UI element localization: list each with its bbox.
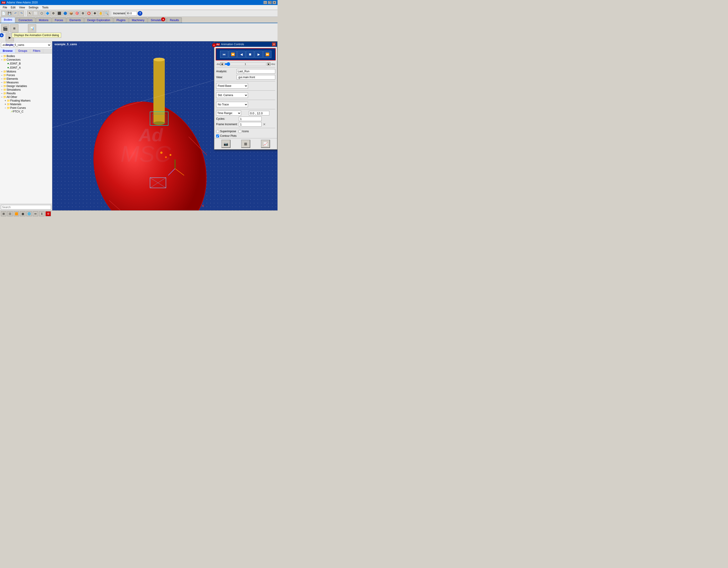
minimize-button[interactable]: — <box>263 1 267 4</box>
status-snap-button[interactable]: ⊡ <box>7 211 13 216</box>
expand-simulations[interactable]: − <box>1 88 3 91</box>
tb-btn-1[interactable]: ⬜ <box>33 11 38 16</box>
expand-forces[interactable]: − <box>1 74 3 77</box>
slider-right-button[interactable]: ▶ <box>267 62 270 66</box>
slider-left-button[interactable]: ◀ <box>220 62 223 66</box>
tb-btn-11[interactable]: ✤ <box>92 11 98 16</box>
tree-item-forces[interactable]: − 📁 Forces <box>1 73 51 77</box>
view-input[interactable] <box>237 75 275 80</box>
tb-btn-8[interactable]: 🎯 <box>74 11 80 16</box>
tree-item-results[interactable]: − 📁 Results <box>1 92 51 95</box>
viewport[interactable]: example_5_cams <box>52 41 278 211</box>
tb-btn-9[interactable]: ⚙ <box>80 11 86 16</box>
tb-btn-13[interactable]: 🔍 <box>104 11 109 16</box>
camera-foot-button[interactable]: 📷 <box>221 140 230 148</box>
status-table-button[interactable]: ▦ <box>20 211 25 216</box>
tree-item-connectors[interactable]: − 📁 Connectors <box>1 58 51 62</box>
icons-checkbox[interactable] <box>238 130 241 133</box>
status-globe-button[interactable]: 🌐 <box>26 211 32 216</box>
tree-item-motions[interactable]: − 📁 Motions <box>1 70 51 73</box>
close-button[interactable]: ✕ <box>273 1 276 4</box>
time-range-type-select[interactable]: Time Range: <box>216 111 241 116</box>
btab-browse[interactable]: Browse <box>0 49 15 53</box>
search-input[interactable] <box>1 205 51 210</box>
help-button[interactable]: ? <box>138 11 143 16</box>
tree-item-elements[interactable]: − 📁 Elements <box>1 77 51 81</box>
redo-button[interactable]: ↷ <box>19 11 24 16</box>
status-move-button[interactable]: ⇔ <box>33 211 38 216</box>
anim-close-button[interactable]: ✕ <box>272 43 276 46</box>
tab-simulation[interactable]: Simulation a <box>148 18 166 23</box>
tb-btn-12[interactable]: 🤚 <box>98 11 103 16</box>
expand-results[interactable]: − <box>1 92 3 95</box>
tree-item-bodies[interactable]: − 📁 Bodies <box>1 54 51 58</box>
expand-bodies[interactable]: − <box>1 55 3 58</box>
tree-item-point-curves[interactable]: − 📁 Point Curves <box>1 106 51 110</box>
expand-motions[interactable]: − <box>1 70 3 73</box>
menu-edit[interactable]: Edit <box>9 5 17 10</box>
contour-plots-checkbox[interactable] <box>216 135 219 138</box>
tb-btn-2[interactable]: ⬡ <box>39 11 44 16</box>
expand-connectors[interactable]: − <box>1 58 3 61</box>
tree-item-measures[interactable]: − 📁 Measures <box>1 81 51 84</box>
tb-btn-10[interactable]: ⭕ <box>86 11 92 16</box>
save-button[interactable]: 💾 <box>7 11 12 16</box>
film-strip-button[interactable]: 🎬 <box>1 24 9 33</box>
cycles-input[interactable] <box>239 117 262 121</box>
menu-settings[interactable]: Settings <box>27 5 40 10</box>
new-button[interactable]: 📄 <box>1 11 6 16</box>
btab-filters[interactable]: Filters <box>30 49 43 53</box>
expand-design-vars[interactable]: − <box>1 85 3 88</box>
status-box-button[interactable]: 🟧 <box>14 211 19 216</box>
expand-all-other[interactable]: − <box>1 95 3 99</box>
increment-input[interactable] <box>126 11 137 16</box>
tab-design-exploration[interactable]: Design Exploration <box>84 18 113 23</box>
status-info-button[interactable]: ℹ <box>39 211 45 216</box>
tree-item-design-vars[interactable]: − 📁 Design Variables <box>1 84 51 88</box>
tab-forces[interactable]: Forces <box>52 18 66 23</box>
status-grid-button[interactable]: ⊞ <box>1 211 6 216</box>
tree-item-materials[interactable]: + 📁 Materials <box>1 103 51 106</box>
tab-plugins[interactable]: Plugins <box>114 18 128 23</box>
tree-item-joint-a[interactable]: ✦ JOINT_A <box>1 66 51 70</box>
analysis-input[interactable] <box>237 69 275 74</box>
select-button[interactable]: ↖ <box>27 11 33 16</box>
no-trace-select[interactable]: No Trace Trace <box>216 102 248 107</box>
tb-btn-7[interactable]: 📦 <box>68 11 74 16</box>
frame-slider[interactable]: 1 <box>224 62 266 66</box>
tb-btn-4[interactable]: ⚙ <box>51 11 56 16</box>
tree-item-ptcv-c[interactable]: ↗ PTCV_C <box>1 110 51 113</box>
expand-measures[interactable]: − <box>1 81 3 84</box>
tab-elements[interactable]: Elements <box>67 18 84 23</box>
tb-btn-6[interactable]: 🔵 <box>63 11 68 16</box>
tree-item-floating-markers[interactable]: + 📁 Floating Markers <box>1 99 51 103</box>
review-label[interactable]: Review <box>6 43 14 46</box>
expand-elements[interactable]: − <box>1 77 3 80</box>
tab-results[interactable]: Results <box>167 18 182 23</box>
play-backward-fast-button[interactable]: ⏪ <box>229 51 237 58</box>
status-settings-button[interactable]: ⚙ <box>45 211 51 216</box>
play-to-start-button[interactable]: ⏮ <box>220 51 228 58</box>
superimpose-checkbox[interactable] <box>216 130 219 133</box>
play-forward-button[interactable]: ▶ <box>255 51 263 58</box>
stop-button[interactable]: ⏹ <box>246 51 254 58</box>
tb-btn-3[interactable]: 🔷 <box>45 11 50 16</box>
btab-groups[interactable]: Groups <box>15 49 30 53</box>
frame-increment-input[interactable] <box>239 122 262 127</box>
tb-btn-5[interactable]: ⬛ <box>57 11 62 16</box>
std-camera-select[interactable]: Std. Camera Moving Camera <box>216 93 248 98</box>
tree-view-button[interactable]: ⊞ <box>10 24 18 33</box>
tree-item-simulations[interactable]: − 📁 Simulations <box>1 88 51 92</box>
expand-floating-markers[interactable]: + <box>5 99 7 102</box>
restore-button[interactable]: ❐ <box>268 1 272 4</box>
menu-view[interactable]: View <box>17 5 27 10</box>
tab-motions[interactable]: Motions <box>36 18 51 23</box>
undo-button[interactable]: ↶ <box>13 11 18 16</box>
expand-point-curves[interactable]: − <box>5 106 7 110</box>
fixed-base-select[interactable]: Fixed Base Moving Base <box>216 83 248 89</box>
close-extra-button[interactable]: ✕ <box>263 123 266 126</box>
menu-file[interactable]: File <box>1 5 9 10</box>
menu-tools[interactable]: Tools <box>40 5 50 10</box>
grid-foot-button[interactable]: ⊞ <box>241 140 250 148</box>
play-forward-fast-button[interactable]: ⏩ <box>263 51 271 58</box>
